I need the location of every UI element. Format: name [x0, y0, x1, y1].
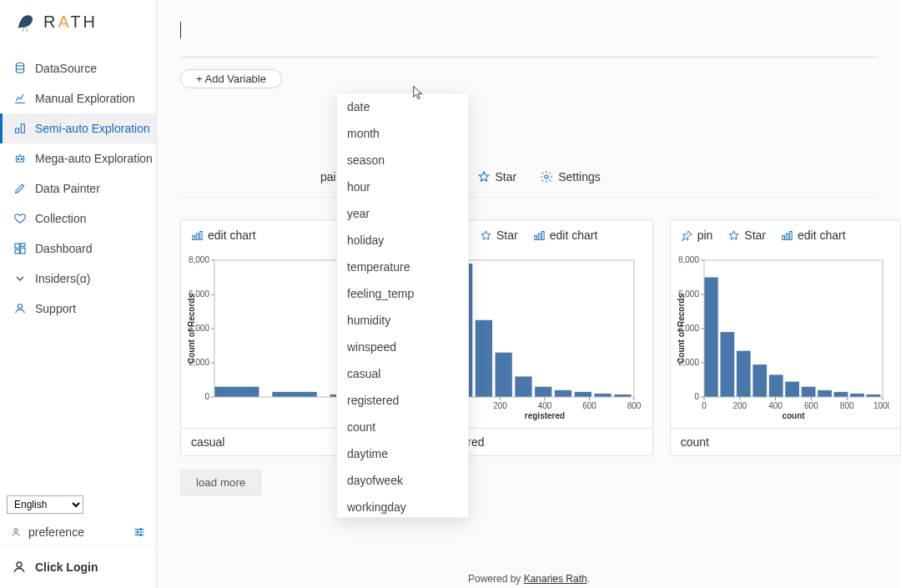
svg-text:registered: registered	[525, 411, 565, 420]
add-variable-button[interactable]: + Add Variable	[180, 69, 282, 88]
svg-text:count: count	[782, 411, 805, 420]
sliders-icon[interactable]	[133, 525, 146, 539]
dropdown-item[interactable]: count	[337, 414, 468, 440]
svg-text:600: 600	[804, 401, 818, 410]
svg-rect-91	[785, 382, 799, 397]
dropdown-item[interactable]: holiday	[337, 227, 468, 254]
star-icon	[727, 229, 740, 242]
sidebar-item-label: Collection	[35, 212, 86, 225]
svg-rect-39	[538, 234, 541, 240]
search-input[interactable]	[180, 12, 878, 58]
dropdown-item[interactable]: date	[337, 93, 468, 120]
svg-point-13	[17, 562, 22, 567]
dropdown-item[interactable]: registered	[337, 387, 468, 414]
pin-action[interactable]: pin	[681, 229, 713, 242]
svg-rect-15	[193, 235, 195, 239]
barchart-icon	[533, 229, 546, 242]
svg-rect-53	[496, 353, 512, 397]
svg-rect-55	[535, 387, 551, 397]
edit-chart-action[interactable]: edit chart	[781, 229, 846, 242]
login-button[interactable]: Click Login	[0, 545, 156, 588]
logo: RATH	[0, 0, 156, 42]
logo-text: RATH	[43, 13, 98, 32]
barchart-icon	[781, 229, 793, 242]
dropdown-item[interactable]: temperature	[337, 254, 468, 280]
edit-chart-action[interactable]: edit chart	[191, 229, 256, 242]
svg-text:8,000: 8,000	[678, 255, 699, 264]
sidebar-item-label: Semi-auto Exploration	[35, 122, 150, 135]
svg-rect-89	[753, 364, 767, 397]
svg-rect-74	[786, 234, 788, 240]
database-icon	[13, 62, 27, 75]
sidebar-item-label: Data Painter	[35, 182, 100, 195]
dropdown-item[interactable]: winspeed	[337, 334, 468, 360]
svg-text:1000: 1000	[873, 401, 889, 410]
chevron-down-icon	[13, 272, 27, 285]
avatar-icon	[12, 560, 27, 575]
footer-link[interactable]: Kanaries Rath	[524, 573, 587, 585]
svg-rect-88	[737, 351, 751, 397]
text-cursor	[180, 22, 181, 38]
dashboard-icon	[13, 242, 27, 255]
dropdown-item[interactable]: season	[337, 147, 468, 173]
svg-text:0: 0	[204, 392, 209, 401]
heart-icon	[13, 212, 27, 225]
svg-text:0: 0	[694, 392, 699, 401]
edit-chart-action[interactable]: edit chart	[533, 229, 598, 242]
dropdown-item[interactable]: feeling_temp	[337, 280, 468, 307]
star-icon	[477, 170, 491, 183]
sidebar-item-dashboard[interactable]: Dashboard	[0, 234, 156, 264]
card-actions: pin Star edit chart	[671, 220, 900, 250]
svg-rect-95	[850, 394, 864, 397]
dropdown-item[interactable]: dayofweek	[337, 467, 468, 494]
svg-rect-94	[833, 392, 848, 397]
svg-rect-38	[535, 235, 537, 239]
svg-point-2	[18, 158, 19, 160]
chart-footer: count	[671, 428, 900, 455]
sidebar-nav: DataSource Manual Exploration Semi-auto …	[0, 42, 156, 490]
barchart-icon	[191, 229, 204, 242]
sidebar-item-manual[interactable]: Manual Exploration	[0, 83, 156, 113]
chart-card: pin Star edit chart 02,0004,0006,0008,00…	[670, 219, 901, 456]
star-action[interactable]: Star	[727, 229, 766, 242]
support-icon	[13, 302, 27, 315]
load-more-button[interactable]: load more	[180, 470, 261, 495]
dropdown-item[interactable]: casual	[337, 360, 468, 387]
svg-text:0: 0	[702, 401, 707, 410]
toolbar-settings[interactable]: Settings	[540, 170, 601, 183]
dropdown-item[interactable]: year	[337, 200, 468, 227]
svg-point-11	[137, 531, 138, 533]
login-label: Click Login	[35, 560, 98, 574]
svg-rect-57	[575, 392, 591, 397]
pencil-icon	[13, 182, 27, 195]
explore-icon	[13, 122, 27, 135]
dropdown-item[interactable]: humidity	[337, 307, 468, 334]
dropdown-item[interactable]: workingday	[337, 494, 468, 518]
sidebar-item-support[interactable]: Support	[0, 294, 156, 324]
preference-link[interactable]: preference	[28, 525, 84, 539]
svg-rect-7	[15, 249, 19, 254]
svg-rect-16	[196, 234, 199, 240]
sidebar-item-datasource[interactable]: DataSource	[0, 53, 156, 83]
sidebar-item-megaauto[interactable]: Mega-auto Exploration	[0, 143, 156, 173]
user-icon	[10, 526, 22, 538]
sidebar-item-semiauto[interactable]: Semi-auto Exploration	[0, 113, 156, 143]
logo-icon	[13, 10, 37, 33]
svg-text:Count of Records: Count of Records	[677, 294, 686, 364]
dropdown-item[interactable]: daytime	[337, 440, 468, 467]
toolbar: painter explain diff Star Settings	[180, 170, 878, 198]
language-select[interactable]: English	[7, 495, 83, 514]
chart: 02,0004,0006,0008,00002004006008001000co…	[671, 250, 900, 428]
sidebar-item-insiders[interactable]: Insiders(α)	[0, 264, 156, 294]
dropdown-item[interactable]: hour	[337, 173, 468, 200]
toolbar-star[interactable]: Star	[477, 170, 517, 183]
dropdown-item[interactable]: month	[337, 120, 468, 147]
sidebar-item-label: Manual Exploration	[35, 92, 135, 105]
svg-point-14	[545, 175, 548, 178]
sidebar: RATH DataSource Manual Exploration S	[0, 0, 157, 588]
svg-rect-58	[595, 394, 612, 397]
sidebar-item-collection[interactable]: Collection	[0, 204, 156, 234]
star-action[interactable]: Star	[480, 229, 518, 242]
sidebar-item-painter[interactable]: Data Painter	[0, 173, 156, 204]
svg-text:200: 200	[494, 401, 508, 410]
